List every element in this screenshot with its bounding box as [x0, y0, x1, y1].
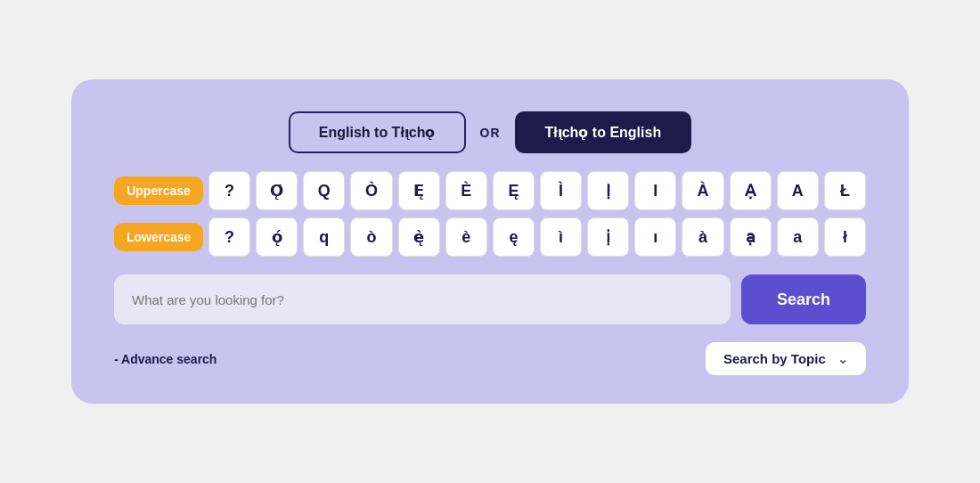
lowercase-row: Lowercase ? ǫ́ q ò ę̀ è ę ì ị ı à ạ a ł — [114, 217, 866, 257]
direction-row: English to Tłı̨chǫ OR Tłı̨chǫ to English — [114, 111, 866, 153]
key-o-grave-lower[interactable]: ò — [350, 217, 392, 257]
english-to-tlicho-button[interactable]: English to Tłı̨chǫ — [289, 111, 466, 153]
key-q-mark-upper[interactable]: ? — [208, 171, 250, 210]
key-a-grave-lower[interactable]: à — [682, 217, 723, 257]
advance-search-label: - Advance search — [114, 352, 216, 366]
key-l-stroke-upper[interactable]: Ł — [824, 171, 866, 210]
uppercase-button[interactable]: Uppercase — [114, 176, 203, 205]
key-e-grave-lower[interactable]: è — [445, 217, 487, 257]
key-a-grave-upper[interactable]: À — [682, 171, 723, 210]
key-a-lower[interactable]: a — [777, 217, 819, 257]
key-q-lower[interactable]: q — [303, 217, 345, 257]
key-e-grave-upper[interactable]: È — [445, 171, 487, 210]
key-o-grave-upper[interactable]: Ò — [350, 171, 392, 210]
key-e-hook-grave-lower[interactable]: ę̀ — [398, 217, 440, 257]
key-l-stroke-lower[interactable]: ł — [824, 217, 866, 257]
key-o-acute-upper[interactable]: Ǫ́ — [256, 171, 298, 210]
tlicho-to-english-button[interactable]: Tłı̨chǫ to English — [515, 111, 692, 153]
key-i-upper[interactable]: I — [634, 171, 676, 210]
keyboard-section: Uppercase ? Ǫ́ Q Ò Ę̀ È Ę Ì Ị I À Ạ A Ł … — [114, 171, 866, 257]
advance-row: - Advance search Search by Topic ⌄ — [114, 342, 866, 375]
key-e-hook-upper[interactable]: Ę — [493, 171, 535, 210]
key-i-lower[interactable]: ı — [634, 217, 676, 257]
lowercase-button[interactable]: Lowercase — [114, 223, 203, 251]
uppercase-row: Uppercase ? Ǫ́ Q Ò Ę̀ È Ę Ì Ị I À Ạ A Ł — [114, 171, 866, 210]
search-row: Search — [114, 274, 866, 324]
key-o-acute-lower[interactable]: ǫ́ — [256, 217, 298, 257]
chevron-down-icon: ⌄ — [837, 352, 848, 366]
key-q-upper[interactable]: Q — [303, 171, 345, 210]
key-a-dot-upper[interactable]: Ạ — [730, 171, 772, 210]
or-label: OR — [480, 126, 501, 140]
main-card: English to Tłı̨chǫ OR Tłı̨chǫ to English… — [71, 79, 909, 404]
key-i-dot-upper[interactable]: Ị — [587, 171, 629, 210]
topic-label: Search by Topic — [723, 351, 826, 366]
key-q-mark-lower[interactable]: ? — [208, 217, 250, 257]
key-i-grave-upper[interactable]: Ì — [540, 171, 582, 210]
topic-dropdown-button[interactable]: Search by Topic ⌄ — [706, 342, 866, 375]
key-e-hook-lower[interactable]: ę — [493, 217, 535, 257]
search-input[interactable] — [114, 274, 731, 324]
search-button[interactable]: Search — [741, 274, 866, 324]
key-a-upper[interactable]: A — [777, 171, 819, 210]
key-e-hook-grave-upper[interactable]: Ę̀ — [398, 171, 440, 210]
key-a-dot-lower[interactable]: ạ — [730, 217, 772, 257]
key-i-grave-lower[interactable]: ì — [540, 217, 582, 257]
key-i-dot-lower[interactable]: ị — [587, 217, 629, 257]
